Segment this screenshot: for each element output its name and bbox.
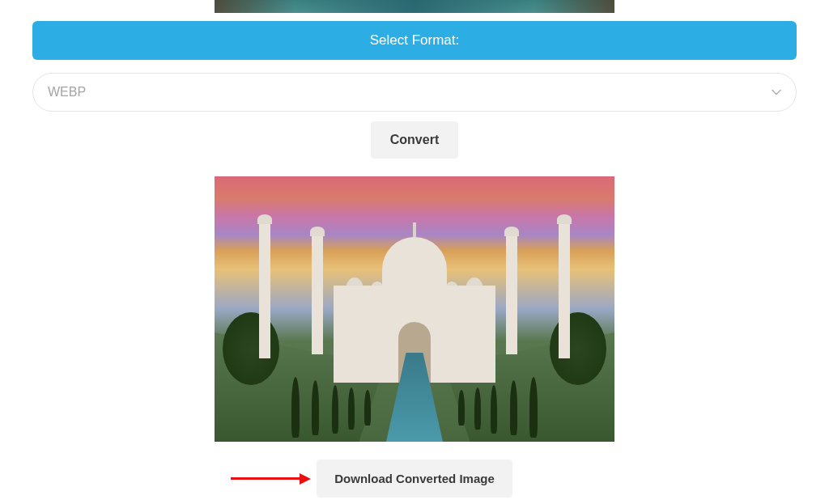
converted-image-preview [215,176,614,442]
source-image-preview [215,0,614,13]
chevron-down-icon [772,87,781,97]
format-select[interactable]: WEBP [32,73,797,112]
arrow-annotation [231,471,312,487]
convert-button[interactable]: Convert [371,121,458,159]
format-select-value: WEBP [48,85,86,100]
format-header: Select Format: [32,21,797,60]
download-button[interactable]: Download Converted Image [317,460,512,498]
